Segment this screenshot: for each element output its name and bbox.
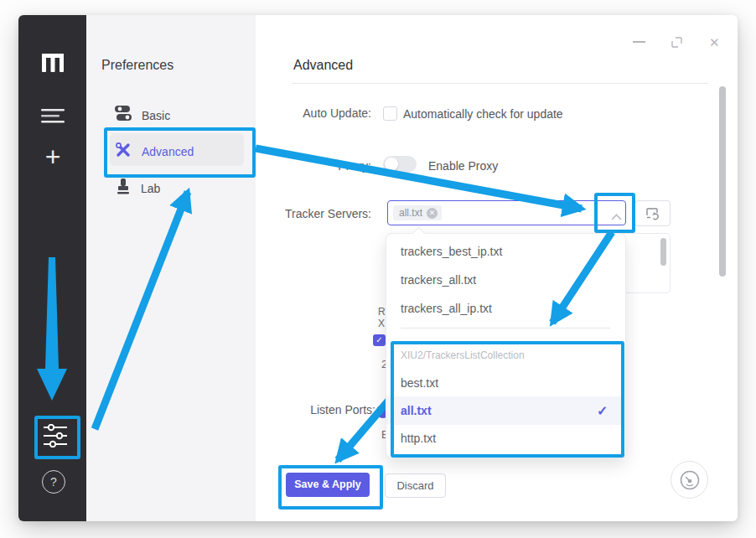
close-button[interactable]: ✕ bbox=[709, 35, 720, 50]
hidden-text-fragment: X bbox=[378, 318, 385, 329]
tag-label: all.txt bbox=[399, 207, 422, 219]
group-highlight-box bbox=[391, 341, 624, 458]
sidebar-item-lab[interactable]: Lab bbox=[116, 178, 160, 198]
page-title: Advanced bbox=[293, 58, 353, 73]
lab-stamp-icon bbox=[116, 178, 131, 198]
proxy-text: Enable Proxy bbox=[428, 159, 498, 173]
add-task-button[interactable]: + bbox=[40, 144, 65, 173]
discard-button[interactable]: Discard bbox=[385, 473, 446, 498]
sync-trackers-button[interactable] bbox=[634, 200, 671, 226]
speed-limit-button[interactable] bbox=[671, 461, 708, 499]
preferences-panel bbox=[86, 15, 256, 521]
tag-close-icon[interactable]: ✕ bbox=[427, 208, 438, 219]
listen-ports-label: Listen Ports: bbox=[235, 403, 375, 416]
preferences-title: Preferences bbox=[101, 58, 173, 73]
sidebar-item-basic[interactable]: Basic bbox=[115, 106, 170, 125]
main-scrollbar[interactable] bbox=[719, 86, 726, 277]
dropdown-item[interactable]: trackers_all_ip.txt bbox=[386, 294, 624, 323]
auto-update-label: Auto Update: bbox=[235, 106, 371, 120]
save-highlight-box bbox=[278, 465, 383, 510]
title-divider bbox=[292, 83, 708, 84]
toggle-knob bbox=[385, 158, 398, 171]
hidden-checkbox-fragment: ✓ bbox=[373, 334, 386, 346]
task-list-icon[interactable] bbox=[41, 109, 65, 127]
hidden-text-fragment: R bbox=[378, 306, 386, 318]
settings-highlight-box bbox=[34, 416, 80, 459]
dropdown-item[interactable]: trackers_all.txt bbox=[386, 266, 624, 294]
textarea-scrollbar[interactable] bbox=[660, 238, 666, 266]
tracker-tag: all.txt ✕ bbox=[393, 205, 442, 220]
sidebar-item-label: Basic bbox=[142, 109, 170, 122]
minimize-button[interactable] bbox=[633, 41, 645, 43]
help-icon[interactable]: ? bbox=[42, 470, 65, 494]
auto-update-text[interactable]: Automatically check for update bbox=[403, 107, 563, 121]
proxy-toggle[interactable] bbox=[383, 156, 417, 173]
dropdown-item[interactable]: trackers_best_ip.txt bbox=[386, 237, 624, 266]
motrix-logo-icon bbox=[42, 54, 64, 75]
maximize-button[interactable] bbox=[671, 36, 682, 51]
chevron-highlight-box bbox=[594, 193, 635, 233]
dropdown-divider bbox=[401, 328, 610, 328]
page: { "colors": { "annotation_blue": "#149fe… bbox=[0, 0, 756, 538]
advanced-highlight-box bbox=[104, 127, 256, 178]
tracker-servers-label: Tracker Servers: bbox=[235, 207, 371, 220]
basic-toggles-icon bbox=[115, 106, 132, 125]
auto-update-checkbox[interactable] bbox=[383, 106, 397, 121]
sidebar-item-label: Lab bbox=[141, 182, 160, 195]
